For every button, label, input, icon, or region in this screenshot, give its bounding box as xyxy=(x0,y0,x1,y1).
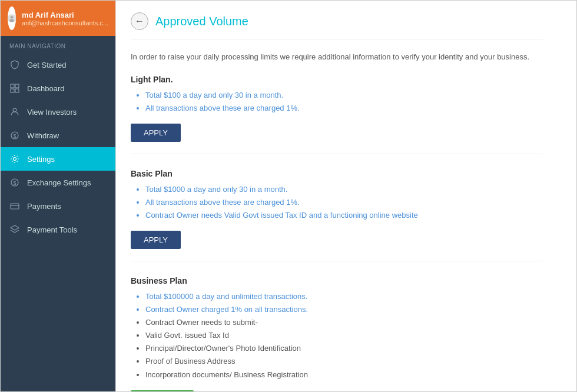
gear-icon xyxy=(9,154,20,164)
list-item: Total $100 a day and only 30 in a month. xyxy=(145,89,543,102)
sidebar-item-payment-tools-label: Payment Tools xyxy=(27,225,77,234)
sidebar-item-get-started-label: Get Started xyxy=(27,61,66,69)
svg-rect-3 xyxy=(11,84,14,88)
sidebar-item-exchange-settings[interactable]: $ Exchange Settings xyxy=(1,171,115,194)
svg-text:$: $ xyxy=(14,133,16,139)
layers-icon xyxy=(9,224,20,235)
list-item: Valid Govt. issued Tax Id xyxy=(145,329,543,342)
sidebar-item-view-investors-label: View Investors xyxy=(27,108,77,117)
user-header[interactable]: md Arif Ansari arif@hashcashconsultants.… xyxy=(1,1,115,36)
apply-button-light[interactable]: APPLY xyxy=(131,124,181,142)
svg-rect-4 xyxy=(15,84,19,88)
plan-light-name: Light Plan. xyxy=(131,75,543,84)
svg-point-2 xyxy=(9,19,14,22)
page-title: Approved Volume xyxy=(155,15,248,28)
nav-label: MAIN NAVIGATION xyxy=(1,36,115,53)
svg-rect-6 xyxy=(15,89,19,92)
apply-button-basic[interactable]: APPLY xyxy=(131,231,181,249)
activated-button: ✓ Activated xyxy=(131,390,194,391)
list-item: Proof of Business Address xyxy=(145,355,543,368)
person-icon xyxy=(9,107,20,117)
sidebar-item-settings[interactable]: Settings xyxy=(1,147,115,171)
svg-rect-5 xyxy=(11,89,14,92)
svg-point-1 xyxy=(11,16,14,19)
intro-text: In order to raise your daily processing … xyxy=(131,51,543,63)
list-item: Total $1000 a day and only 30 in a month… xyxy=(145,183,543,196)
list-item: Incorporation documents/ Business Regist… xyxy=(145,368,543,381)
grid-icon xyxy=(9,83,20,94)
card-icon xyxy=(9,201,20,211)
svg-point-7 xyxy=(13,108,16,112)
plan-basic-list: Total $1000 a day and only 30 in a month… xyxy=(131,183,543,222)
list-item: All transactions above these are charged… xyxy=(145,196,543,209)
sidebar-item-payment-tools[interactable]: Payment Tools xyxy=(1,218,115,241)
plan-business-name: Business Plan xyxy=(131,276,543,285)
sidebar-item-payments-label: Payments xyxy=(27,202,61,211)
shield-icon xyxy=(9,59,20,70)
user-name: md Arif Ansari xyxy=(22,11,108,19)
svg-point-10 xyxy=(14,158,16,161)
avatar xyxy=(8,6,16,30)
exchange-icon: $ xyxy=(9,177,20,188)
user-info: md Arif Ansari arif@hashcashconsultants.… xyxy=(22,11,108,26)
plan-light: Light Plan. Total $100 a day and only 30… xyxy=(131,75,543,154)
main-content: ← Approved Volume In order to raise your… xyxy=(115,1,576,391)
svg-text:$: $ xyxy=(14,180,16,186)
sidebar-item-exchange-settings-label: Exchange Settings xyxy=(27,178,91,187)
sidebar-item-settings-label: Settings xyxy=(27,155,55,164)
sidebar-item-view-investors[interactable]: View Investors xyxy=(1,100,115,124)
list-item: Total $100000 a day and unlimited transa… xyxy=(145,290,543,303)
sidebar: md Arif Ansari arif@hashcashconsultants.… xyxy=(1,1,115,391)
sidebar-item-payments[interactable]: Payments xyxy=(1,194,115,218)
sidebar-item-get-started[interactable]: Get Started xyxy=(1,53,115,77)
list-item: Contract Owner needs Valid Govt issued T… xyxy=(145,209,543,222)
sidebar-item-dashboard[interactable]: Dashboard xyxy=(1,77,115,100)
sidebar-item-dashboard-label: Dashboard xyxy=(27,84,65,93)
list-item: Contract Owner charged 1% on all transac… xyxy=(145,303,543,316)
dollar-icon: $ xyxy=(9,130,20,141)
plan-basic: Basic Plan Total $1000 a day and only 30… xyxy=(131,169,543,261)
list-item: Principal/Director/Owner's Photo Identif… xyxy=(145,342,543,355)
list-item: Contract Owner needs to submit- xyxy=(145,316,543,329)
plan-basic-name: Basic Plan xyxy=(131,169,543,178)
sidebar-item-withdraw-label: Withdraw xyxy=(27,131,59,140)
plan-business: Business Plan Total $100000 a day and un… xyxy=(131,276,543,391)
plan-business-list: Total $100000 a day and unlimited transa… xyxy=(131,290,543,381)
list-item: All transactions above these are charged… xyxy=(145,102,543,115)
svg-rect-13 xyxy=(11,204,19,209)
back-button[interactable]: ← xyxy=(131,12,148,30)
user-email: arif@hashcashconsultants.c... xyxy=(22,19,108,26)
page-header: ← Approved Volume xyxy=(131,12,543,39)
plan-light-list: Total $100 a day and only 30 in a month.… xyxy=(131,89,543,115)
sidebar-item-withdraw[interactable]: $ Withdraw xyxy=(1,124,115,147)
